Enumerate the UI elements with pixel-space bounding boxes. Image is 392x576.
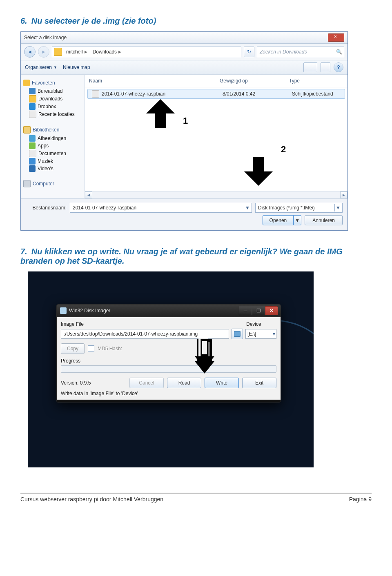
crumb-1[interactable]: Downloads	[93, 49, 117, 55]
folder-icon	[234, 331, 241, 337]
sidebar-item-bureaublad[interactable]: Bureaublad	[38, 88, 62, 94]
preview-pane-button[interactable]	[321, 62, 330, 72]
browse-button[interactable]	[232, 329, 243, 339]
search-placeholder: Zoeken in Downloads	[260, 49, 307, 55]
step-6-text: Nu selecteer je de .img (zie foto)	[31, 16, 156, 25]
desktop-screenshot: Win32 Disk Imager ─ ☐ ✕ Image File Devic…	[28, 271, 314, 467]
scroll-left-icon[interactable]: ◄	[85, 191, 92, 198]
window-title: Win32 Disk Imager	[69, 308, 110, 314]
filter-value: Disk Images (*.img *.IMG)	[258, 205, 315, 211]
help-button[interactable]: ?	[334, 62, 343, 72]
sidebar-item-recent[interactable]: Recente locaties	[38, 111, 75, 117]
dialog-title: Select a disk image	[24, 35, 328, 40]
step-6-number: 6.	[20, 16, 27, 25]
videos-icon	[29, 165, 36, 172]
image-file-label: Image File	[61, 321, 246, 327]
md5-checkbox[interactable]	[88, 345, 94, 352]
back-button[interactable]: ◄	[24, 46, 36, 58]
disk-imager-window: Win32 Disk Imager ─ ☐ ✕ Image File Devic…	[56, 304, 281, 403]
column-gewijzigd[interactable]: Gewijzigd op	[216, 76, 285, 85]
sidebar-item-videos[interactable]: Video's	[38, 166, 53, 171]
step-7-text: Nu klikken we op write. Nu vraag je af w…	[20, 247, 343, 265]
pictures-icon	[29, 135, 36, 142]
filename-value: 2014-01-07-wheezy-raspbian	[73, 205, 136, 211]
disk-image-icon	[92, 90, 99, 98]
sidebar-computer[interactable]: Computer	[33, 181, 54, 187]
filename-label: Bestandsnaam:	[26, 205, 67, 211]
file-row-modified: 8/01/2014 0:42	[218, 91, 288, 97]
sidebar-favorites[interactable]: Favorieten	[32, 80, 55, 86]
dropbox-icon	[29, 103, 36, 110]
filetype-filter[interactable]: Disk Images (*.img *.IMG) ▼	[255, 203, 343, 213]
file-row-name: 2014-01-07-wheezy-raspbian	[102, 91, 165, 97]
progress-bar	[61, 365, 276, 373]
view-mode-button[interactable]	[303, 62, 317, 72]
footer-left: Cursus webserver raspberry pi door Mitch…	[20, 496, 163, 503]
new-folder-button[interactable]: Nieuwe map	[63, 64, 90, 70]
chevron-down-icon[interactable]: ▼	[294, 215, 301, 225]
sidebar-item-afbeeldingen[interactable]: Afbeeldingen	[38, 136, 66, 141]
forward-button[interactable]: ►	[38, 46, 49, 58]
cancel-button[interactable]: Cancel	[129, 378, 164, 388]
sidebar-item-apps[interactable]: Apps	[38, 143, 49, 149]
breadcrumb-bar[interactable]: mitchell▶ Downloads▶	[52, 47, 241, 57]
footer-page: Pagina 9	[349, 496, 372, 503]
apps-icon	[29, 142, 36, 149]
device-label: Device	[246, 321, 276, 327]
star-icon	[23, 80, 30, 86]
horizontal-scrollbar[interactable]: ◄ ►	[85, 191, 347, 198]
step-7-number: 7.	[20, 247, 27, 256]
open-button[interactable]: Openen ▼	[263, 215, 302, 225]
file-row[interactable]: 2014-01-07-wheezy-raspbian 8/01/2014 0:4…	[87, 89, 345, 99]
desktop-icon	[29, 88, 36, 94]
organize-menu[interactable]: Organiseren ▼	[25, 64, 57, 70]
column-naam[interactable]: Naam	[85, 76, 216, 85]
file-open-dialog: Select a disk image ◄ ► mitchell▶ Downlo…	[20, 31, 348, 231]
file-row-type: Schijfkopiebestand	[288, 91, 345, 97]
exit-button[interactable]: Exit	[242, 378, 276, 388]
chevron-down-icon: ▾	[273, 331, 275, 337]
md5-label: MD5 Hash:	[98, 346, 122, 351]
music-icon	[29, 158, 36, 165]
progress-label: Progress	[61, 358, 276, 364]
search-input[interactable]: Zoeken in Downloads 🔍	[257, 47, 344, 57]
refresh-button[interactable]: ↻	[244, 47, 254, 57]
close-button[interactable]: ✕	[265, 306, 278, 315]
close-button[interactable]	[328, 33, 344, 42]
copy-button[interactable]: Copy	[61, 343, 85, 354]
image-file-value: :/Users/desktop/Downloads/2014-01-07-whe…	[64, 331, 198, 337]
documents-icon	[29, 150, 36, 157]
minimize-button[interactable]: ─	[239, 306, 252, 315]
image-file-input[interactable]: :/Users/desktop/Downloads/2014-01-07-whe…	[61, 329, 229, 339]
read-button[interactable]: Read	[167, 378, 201, 388]
scroll-right-icon[interactable]: ►	[340, 191, 347, 198]
cancel-button[interactable]: Annuleren	[305, 215, 343, 225]
sidebar-item-documenten[interactable]: Documenten	[38, 151, 66, 156]
crumb-0[interactable]: mitchell	[66, 49, 83, 55]
status-text: Write data in 'Image File' to 'Device'	[61, 391, 276, 396]
sidebar-item-muziek[interactable]: Muziek	[38, 158, 53, 164]
filename-input[interactable]: 2014-01-07-wheezy-raspbian ▼	[70, 203, 252, 213]
chevron-down-icon[interactable]: ▼	[334, 204, 341, 211]
sidebar: Favorieten Bureaublad Downloads Dropbox …	[21, 75, 85, 198]
chevron-down-icon[interactable]: ▼	[244, 204, 251, 211]
sidebar-item-downloads[interactable]: Downloads	[38, 96, 62, 102]
device-select[interactable]: [E:\] ▾	[245, 329, 276, 339]
libraries-icon	[23, 126, 31, 133]
app-icon	[60, 307, 67, 314]
computer-icon	[23, 180, 31, 187]
column-type[interactable]: Type	[285, 76, 347, 85]
version-label: Version: 0.9.5	[61, 380, 91, 386]
sidebar-libraries[interactable]: Bibliotheken	[33, 127, 59, 133]
device-value: [E:\]	[247, 331, 256, 337]
recent-icon	[29, 111, 36, 118]
maximize-button[interactable]: ☐	[252, 306, 265, 315]
search-icon: 🔍	[336, 49, 342, 55]
folder-icon	[29, 95, 36, 102]
folder-icon	[54, 48, 62, 56]
write-button[interactable]: Write	[205, 378, 239, 388]
file-list: Naam Gewijzigd op Type 2014-01-07-wheezy…	[85, 75, 347, 198]
sidebar-item-dropbox[interactable]: Dropbox	[38, 104, 56, 109]
